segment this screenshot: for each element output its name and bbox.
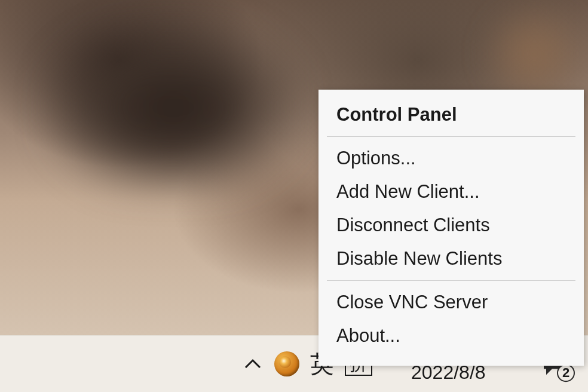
menu-item-about[interactable]: About... bbox=[318, 319, 584, 353]
menu-item-disconnect-clients[interactable]: Disconnect Clients bbox=[318, 209, 584, 242]
show-hidden-icons-button[interactable] bbox=[242, 353, 264, 375]
menu-separator bbox=[327, 136, 575, 137]
vnc-context-menu: Control Panel Options... Add New Client.… bbox=[318, 90, 584, 366]
chevron-up-icon bbox=[244, 358, 262, 370]
vnc-server-tray-icon[interactable] bbox=[274, 351, 299, 376]
notification-badge: 2 bbox=[557, 364, 575, 382]
menu-item-close-vnc-server[interactable]: Close VNC Server bbox=[318, 286, 584, 319]
menu-item-disable-new-clients[interactable]: Disable New Clients bbox=[318, 242, 584, 275]
menu-item-control-panel[interactable]: Control Panel bbox=[318, 98, 584, 131]
menu-item-options[interactable]: Options... bbox=[318, 142, 584, 175]
menu-separator bbox=[327, 280, 575, 281]
menu-item-add-new-client[interactable]: Add New Client... bbox=[318, 175, 584, 209]
